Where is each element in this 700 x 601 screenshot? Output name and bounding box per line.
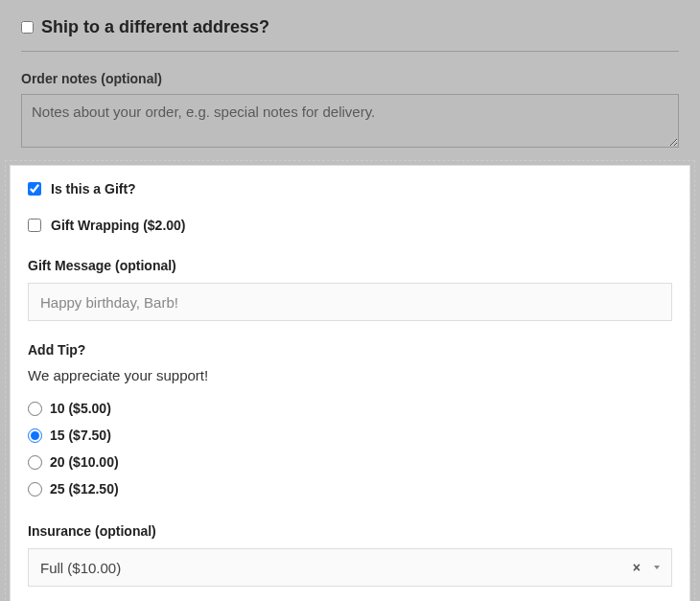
insurance-label: Insurance (optional): [28, 523, 672, 539]
insurance-select[interactable]: Full ($10.00) ×: [28, 548, 672, 587]
gift-wrapping-checkbox[interactable]: [28, 219, 41, 232]
is-gift-checkbox[interactable]: [28, 182, 41, 196]
chevron-down-icon: [654, 566, 660, 569]
clear-icon[interactable]: ×: [625, 560, 648, 575]
tip-radio-20[interactable]: [28, 455, 42, 470]
order-notes-textarea[interactable]: [21, 94, 679, 148]
ship-different-checkbox[interactable]: [21, 21, 34, 34]
tip-radio-15[interactable]: [28, 428, 42, 443]
gift-message-label: Gift Message (optional): [28, 258, 672, 273]
gift-options-panel: Is this a Gift? Gift Wrapping ($2.00) Gi…: [10, 165, 690, 601]
tip-option-label: 15 ($7.50): [50, 428, 111, 443]
tip-subtext: We appreciate your support!: [28, 367, 672, 383]
tip-option-label: 25 ($12.50): [50, 481, 119, 497]
order-notes-label: Order notes (optional): [21, 71, 679, 86]
add-tip-heading: Add Tip?: [28, 342, 672, 358]
tip-radio-25[interactable]: [28, 482, 42, 497]
gift-message-input[interactable]: [28, 283, 672, 321]
tip-option-label: 10 ($5.00): [50, 401, 111, 416]
gift-wrapping-label: Gift Wrapping ($2.00): [51, 218, 186, 233]
tip-radio-10[interactable]: [28, 402, 42, 416]
insurance-selected-value: Full ($10.00): [40, 560, 625, 576]
tip-option-label: 20 ($10.00): [50, 454, 119, 470]
ship-different-label: Ship to a different address?: [41, 17, 269, 37]
is-gift-label: Is this a Gift?: [51, 181, 136, 196]
